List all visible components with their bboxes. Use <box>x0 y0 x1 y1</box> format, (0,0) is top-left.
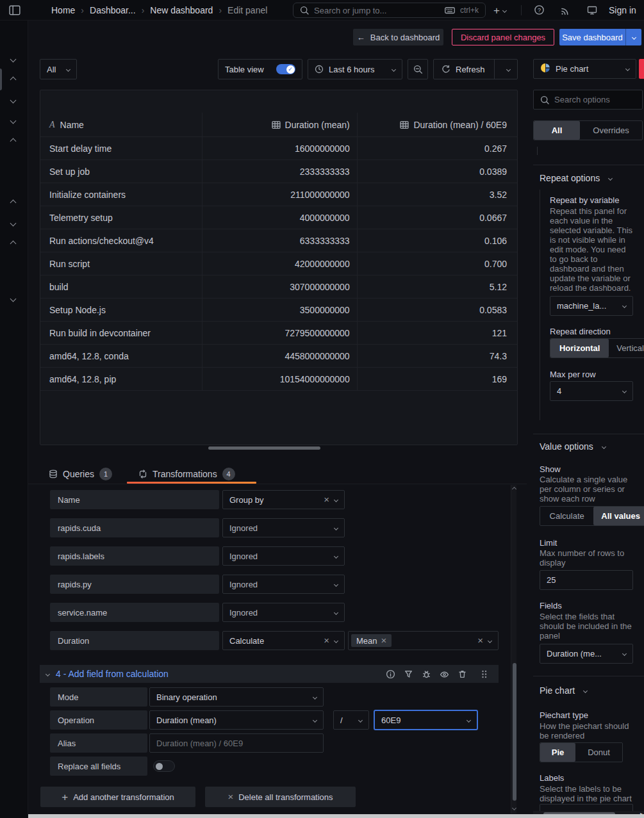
nav-expand-chevron[interactable] <box>10 56 17 63</box>
repeat-variable-select[interactable]: machine_la... <box>550 296 633 316</box>
nav-collapse-chevron[interactable] <box>10 138 17 145</box>
nav-collapse-chevron[interactable] <box>10 77 17 83</box>
operand-right-select[interactable]: 60E9 <box>374 710 478 730</box>
table-row[interactable]: Set up job23333333330.0389 <box>40 160 517 183</box>
zoom-out-time-button[interactable] <box>408 59 428 79</box>
show-desc: Calculate a single value per column or s… <box>540 475 636 503</box>
alias-input[interactable] <box>149 733 324 753</box>
donut-option[interactable]: Donut <box>575 743 622 762</box>
direction-vertical-option[interactable]: Vertical <box>609 339 644 357</box>
mode-select[interactable]: Binary operation <box>149 687 324 707</box>
column-header-ratio[interactable]: Duration (mean) / 60E9 <box>356 120 517 130</box>
clear-icon[interactable] <box>324 635 329 646</box>
scroll-up-arrow[interactable] <box>512 487 516 491</box>
max-per-row-select[interactable]: 4 <box>550 381 633 401</box>
back-to-dashboard-button[interactable]: Back to dashboard <box>353 29 443 45</box>
remove-stat-icon[interactable] <box>381 635 387 646</box>
table-row[interactable]: Run build in devcontainer727950000000012… <box>40 322 517 345</box>
pie-chart-options-header[interactable]: Pie chart <box>540 685 587 696</box>
value-options-header[interactable]: Value options <box>540 441 606 452</box>
drag-handle-icon[interactable] <box>478 668 490 680</box>
breadcrumb-dashboards[interactable]: Dashboar... <box>90 5 136 15</box>
select-value: Ignored <box>229 608 329 618</box>
groupby-mode-select[interactable]: Ignored <box>222 575 345 594</box>
groupby-mode-select[interactable]: Ignored <box>222 603 345 622</box>
info-circle-icon[interactable] <box>384 668 396 680</box>
repeat-options-header[interactable]: Repeat options <box>540 173 612 183</box>
options-search-input[interactable] <box>554 95 644 104</box>
global-search[interactable]: ctrl+k <box>293 3 486 18</box>
search-input[interactable] <box>314 6 440 15</box>
debug-bug-icon[interactable] <box>420 668 432 680</box>
limit-input[interactable] <box>540 570 633 590</box>
nav-collapse-chevron[interactable] <box>10 241 17 247</box>
options-tab-overrides[interactable]: Overrides <box>580 121 642 140</box>
refresh-button[interactable]: Refresh <box>434 60 489 79</box>
editor-scrollbar-thumb[interactable] <box>513 663 516 801</box>
show-all-values-option[interactable]: All values <box>593 507 644 525</box>
table-row[interactable]: build3070000000005.12 <box>40 275 517 299</box>
scroll-down-arrow[interactable] <box>512 806 516 810</box>
groupby-mode-select[interactable]: Group by <box>222 490 345 509</box>
groupby-mode-select[interactable]: Ignored <box>222 546 345 566</box>
trash-icon[interactable] <box>456 668 468 680</box>
filter-funnel-icon[interactable] <box>402 668 414 680</box>
column-header-name[interactable]: Name <box>40 120 201 130</box>
operator-select[interactable]: / <box>333 710 369 730</box>
help-button[interactable]: ? <box>534 4 545 15</box>
replace-all-fields-toggle[interactable] <box>153 760 175 772</box>
add-new-button[interactable] <box>493 4 506 17</box>
discard-panel-changes-button[interactable]: Discard panel changes <box>452 29 554 45</box>
display-button[interactable] <box>587 5 597 15</box>
magnifier-minus-icon <box>413 65 423 74</box>
viz-picker-edge-badge[interactable] <box>639 59 644 79</box>
table-row[interactable]: Initialize containers2110000000003.52 <box>40 183 517 206</box>
clear-icon[interactable] <box>477 635 483 646</box>
tab-queries[interactable]: Queries 1 <box>49 463 112 484</box>
save-dashboard-caret-button[interactable] <box>625 29 641 45</box>
nav-expand-chevron[interactable] <box>10 296 17 302</box>
sign-in-link[interactable]: Sign in <box>609 0 636 20</box>
table-row[interactable]: Telemetry setup40000000000.0667 <box>40 206 517 229</box>
table-row[interactable]: amd64, 12.8, conda445800000000074.3 <box>40 345 517 368</box>
show-calculate-option[interactable]: Calculate <box>540 507 593 525</box>
nav-collapse-chevron[interactable] <box>10 200 17 206</box>
sidebar-toggle-button[interactable] <box>9 4 21 16</box>
direction-horizontal-option[interactable]: Horizontal <box>550 339 609 357</box>
breadcrumb-new-dashboard[interactable]: New dashboard <box>150 5 213 15</box>
stat-multiselect[interactable]: Mean <box>348 631 499 650</box>
table-horizontal-scrollbar[interactable] <box>208 446 320 450</box>
table-row[interactable]: Start delay time160000000000.267 <box>40 137 517 160</box>
nav-expand-chevron[interactable] <box>10 97 17 104</box>
visualization-picker[interactable]: Pie chart <box>533 59 636 79</box>
refresh-interval-caret[interactable] <box>500 60 517 79</box>
nav-expand-chevron[interactable] <box>10 220 17 227</box>
pie-option[interactable]: Pie <box>540 743 575 762</box>
time-range-picker[interactable]: Last 6 hours <box>308 59 402 79</box>
table-row[interactable]: Run script420000000000.700 <box>40 252 517 275</box>
page-horizontal-scrollbar[interactable] <box>28 814 644 818</box>
editor-scrollbar-track[interactable] <box>511 485 516 814</box>
breadcrumb-home[interactable]: Home <box>51 5 75 15</box>
groupby-mode-select[interactable]: Calculate <box>222 631 345 650</box>
transformation-header[interactable]: 4 - Add field from calculation <box>40 665 499 683</box>
filter-all-select[interactable]: All <box>40 59 77 79</box>
add-transformation-button[interactable]: Add another transformation <box>40 787 195 807</box>
table-view-toggle[interactable] <box>276 64 295 74</box>
clear-icon[interactable] <box>324 495 329 505</box>
options-search[interactable] <box>533 90 643 110</box>
delete-all-transformations-button[interactable]: Delete all transformations <box>205 787 356 807</box>
table-row[interactable]: amd64, 12.8, pip10154000000000169 <box>40 368 517 391</box>
nav-expand-chevron[interactable] <box>10 118 17 124</box>
table-row[interactable]: Setup Node.js35000000000.0583 <box>40 299 517 322</box>
table-row[interactable]: Run actions/checkout@v463333333330.106 <box>40 229 517 252</box>
collapse-chevron-icon[interactable] <box>45 671 50 676</box>
groupby-mode-select[interactable]: Ignored <box>222 518 345 537</box>
fields-select[interactable]: Duration (me... <box>540 644 633 664</box>
eye-icon[interactable] <box>438 668 450 680</box>
news-button[interactable] <box>560 5 570 15</box>
save-dashboard-button[interactable]: Save dashboard <box>559 29 625 45</box>
operand-left-select[interactable]: Duration (mean) <box>149 710 324 730</box>
options-tab-all[interactable]: All <box>534 121 580 140</box>
column-header-duration[interactable]: Duration (mean) <box>201 120 356 130</box>
